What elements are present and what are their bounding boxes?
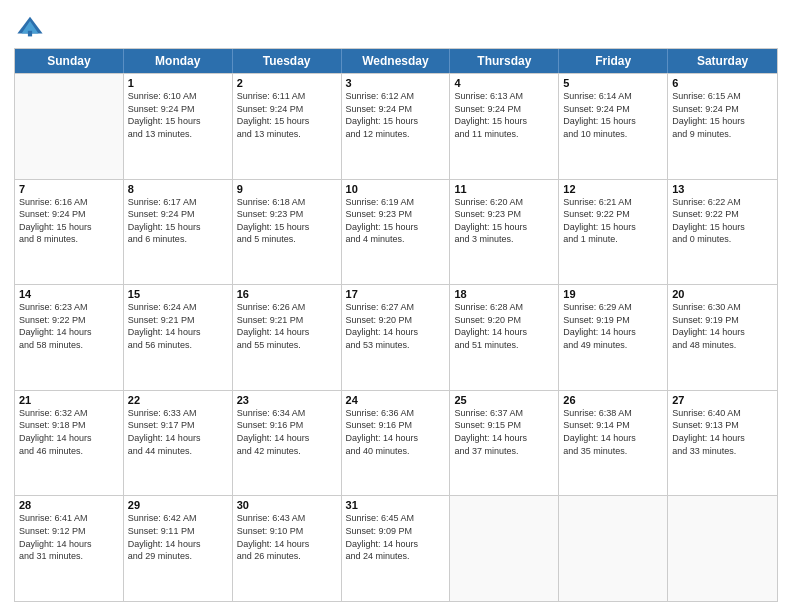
- cell-info-line: and 3 minutes.: [454, 233, 554, 246]
- cell-info-line: Sunset: 9:16 PM: [237, 419, 337, 432]
- cell-info-line: and 48 minutes.: [672, 339, 773, 352]
- cell-info-line: Daylight: 15 hours: [237, 115, 337, 128]
- cell-info-line: Sunrise: 6:33 AM: [128, 407, 228, 420]
- calendar-cell: 19Sunrise: 6:29 AMSunset: 9:19 PMDayligh…: [559, 285, 668, 390]
- cell-info-line: Sunset: 9:16 PM: [346, 419, 446, 432]
- cell-info-line: Daylight: 14 hours: [454, 432, 554, 445]
- cell-info-line: Sunset: 9:24 PM: [346, 103, 446, 116]
- cell-info-line: and 9 minutes.: [672, 128, 773, 141]
- day-number: 4: [454, 77, 554, 89]
- day-number: 5: [563, 77, 663, 89]
- day-number: 27: [672, 394, 773, 406]
- cell-info-line: and 49 minutes.: [563, 339, 663, 352]
- calendar-row-4: 28Sunrise: 6:41 AMSunset: 9:12 PMDayligh…: [15, 495, 777, 601]
- cell-info-line: Sunrise: 6:17 AM: [128, 196, 228, 209]
- cell-info-line: and 53 minutes.: [346, 339, 446, 352]
- day-number: 16: [237, 288, 337, 300]
- cell-info-line: Sunset: 9:24 PM: [454, 103, 554, 116]
- cell-info-line: Daylight: 15 hours: [237, 221, 337, 234]
- day-number: 10: [346, 183, 446, 195]
- cell-info-line: Sunset: 9:18 PM: [19, 419, 119, 432]
- cell-info-line: Sunset: 9:17 PM: [128, 419, 228, 432]
- cell-info-line: Sunrise: 6:14 AM: [563, 90, 663, 103]
- cell-info-line: and 10 minutes.: [563, 128, 663, 141]
- day-number: 17: [346, 288, 446, 300]
- cell-info-line: Sunrise: 6:43 AM: [237, 512, 337, 525]
- calendar-cell: 1Sunrise: 6:10 AMSunset: 9:24 PMDaylight…: [124, 74, 233, 179]
- calendar-cell: 17Sunrise: 6:27 AMSunset: 9:20 PMDayligh…: [342, 285, 451, 390]
- cell-info-line: and 44 minutes.: [128, 445, 228, 458]
- cell-info-line: and 11 minutes.: [454, 128, 554, 141]
- cell-info-line: Sunset: 9:22 PM: [672, 208, 773, 221]
- calendar-row-3: 21Sunrise: 6:32 AMSunset: 9:18 PMDayligh…: [15, 390, 777, 496]
- calendar-cell: 28Sunrise: 6:41 AMSunset: 9:12 PMDayligh…: [15, 496, 124, 601]
- cell-info-line: Daylight: 14 hours: [19, 538, 119, 551]
- calendar-cell: 27Sunrise: 6:40 AMSunset: 9:13 PMDayligh…: [668, 391, 777, 496]
- calendar-cell: 7Sunrise: 6:16 AMSunset: 9:24 PMDaylight…: [15, 180, 124, 285]
- cell-info-line: and 4 minutes.: [346, 233, 446, 246]
- calendar-cell: 5Sunrise: 6:14 AMSunset: 9:24 PMDaylight…: [559, 74, 668, 179]
- calendar-row-0: 1Sunrise: 6:10 AMSunset: 9:24 PMDaylight…: [15, 73, 777, 179]
- day-number: 23: [237, 394, 337, 406]
- calendar-cell: 22Sunrise: 6:33 AMSunset: 9:17 PMDayligh…: [124, 391, 233, 496]
- cell-info-line: Sunrise: 6:30 AM: [672, 301, 773, 314]
- cell-info-line: Sunrise: 6:38 AM: [563, 407, 663, 420]
- cell-info-line: Daylight: 14 hours: [672, 432, 773, 445]
- cell-info-line: and 5 minutes.: [237, 233, 337, 246]
- day-number: 31: [346, 499, 446, 511]
- cell-info-line: and 40 minutes.: [346, 445, 446, 458]
- cell-info-line: Sunrise: 6:36 AM: [346, 407, 446, 420]
- cell-info-line: Sunrise: 6:32 AM: [19, 407, 119, 420]
- cell-info-line: Sunset: 9:19 PM: [563, 314, 663, 327]
- calendar-cell: 12Sunrise: 6:21 AMSunset: 9:22 PMDayligh…: [559, 180, 668, 285]
- weekday-header-tuesday: Tuesday: [233, 49, 342, 73]
- day-number: 18: [454, 288, 554, 300]
- cell-info-line: Sunset: 9:21 PM: [128, 314, 228, 327]
- calendar-cell: 29Sunrise: 6:42 AMSunset: 9:11 PMDayligh…: [124, 496, 233, 601]
- cell-info-line: Sunset: 9:20 PM: [454, 314, 554, 327]
- cell-info-line: Sunrise: 6:11 AM: [237, 90, 337, 103]
- calendar-cell: [668, 496, 777, 601]
- calendar-cell: 21Sunrise: 6:32 AMSunset: 9:18 PMDayligh…: [15, 391, 124, 496]
- cell-info-line: Sunset: 9:12 PM: [19, 525, 119, 538]
- day-number: 14: [19, 288, 119, 300]
- day-number: 12: [563, 183, 663, 195]
- cell-info-line: and 13 minutes.: [237, 128, 337, 141]
- page: SundayMondayTuesdayWednesdayThursdayFrid…: [0, 0, 792, 612]
- cell-info-line: Sunrise: 6:12 AM: [346, 90, 446, 103]
- calendar-cell: [559, 496, 668, 601]
- day-number: 28: [19, 499, 119, 511]
- day-number: 15: [128, 288, 228, 300]
- cell-info-line: and 12 minutes.: [346, 128, 446, 141]
- cell-info-line: Daylight: 15 hours: [563, 115, 663, 128]
- cell-info-line: Sunrise: 6:42 AM: [128, 512, 228, 525]
- cell-info-line: Daylight: 15 hours: [454, 115, 554, 128]
- logo-icon: [16, 14, 44, 42]
- cell-info-line: and 8 minutes.: [19, 233, 119, 246]
- cell-info-line: Sunset: 9:23 PM: [237, 208, 337, 221]
- calendar-cell: [15, 74, 124, 179]
- cell-info-line: Sunset: 9:13 PM: [672, 419, 773, 432]
- day-number: 6: [672, 77, 773, 89]
- calendar-cell: 4Sunrise: 6:13 AMSunset: 9:24 PMDaylight…: [450, 74, 559, 179]
- cell-info-line: and 26 minutes.: [237, 550, 337, 563]
- cell-info-line: Daylight: 14 hours: [672, 326, 773, 339]
- calendar-cell: 23Sunrise: 6:34 AMSunset: 9:16 PMDayligh…: [233, 391, 342, 496]
- cell-info-line: Sunrise: 6:37 AM: [454, 407, 554, 420]
- cell-info-line: Daylight: 15 hours: [346, 115, 446, 128]
- calendar-cell: 20Sunrise: 6:30 AMSunset: 9:19 PMDayligh…: [668, 285, 777, 390]
- cell-info-line: Daylight: 15 hours: [19, 221, 119, 234]
- cell-info-line: and 55 minutes.: [237, 339, 337, 352]
- calendar-cell: 11Sunrise: 6:20 AMSunset: 9:23 PMDayligh…: [450, 180, 559, 285]
- day-number: 2: [237, 77, 337, 89]
- cell-info-line: Sunset: 9:11 PM: [128, 525, 228, 538]
- cell-info-line: Sunrise: 6:19 AM: [346, 196, 446, 209]
- calendar-cell: 30Sunrise: 6:43 AMSunset: 9:10 PMDayligh…: [233, 496, 342, 601]
- cell-info-line: Daylight: 14 hours: [19, 432, 119, 445]
- day-number: 21: [19, 394, 119, 406]
- cell-info-line: Sunset: 9:24 PM: [128, 103, 228, 116]
- cell-info-line: Sunrise: 6:29 AM: [563, 301, 663, 314]
- cell-info-line: and 31 minutes.: [19, 550, 119, 563]
- cell-info-line: Sunset: 9:24 PM: [563, 103, 663, 116]
- cell-info-line: and 29 minutes.: [128, 550, 228, 563]
